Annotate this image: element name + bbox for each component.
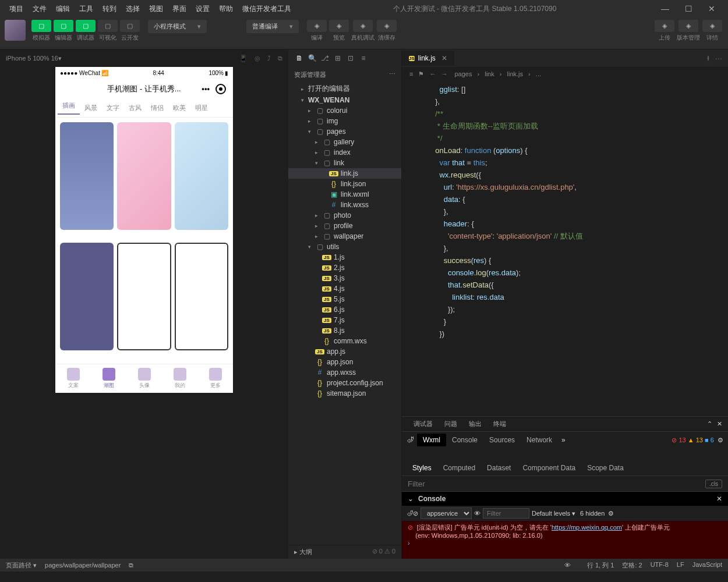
tree-node[interactable]: JSapp.js bbox=[288, 346, 401, 357]
menu-视图[interactable]: 视图 bbox=[144, 2, 168, 15]
tree-node[interactable]: ▾▢utils bbox=[288, 242, 401, 252]
devtools-subtab[interactable]: Network bbox=[521, 434, 558, 446]
bottom-nav-item[interactable]: 潮图 bbox=[91, 364, 126, 393]
toolbar-action[interactable]: ◈ bbox=[329, 20, 349, 32]
console-chevron-icon[interactable]: ⌄ bbox=[408, 495, 414, 503]
breadcrumb[interactable]: ≡ ⚑ ← → pages › link › link.js › ... bbox=[402, 67, 728, 81]
minimize-button[interactable]: — bbox=[653, 4, 677, 13]
crumb[interactable]: link bbox=[485, 70, 494, 77]
style-tab[interactable]: Styles bbox=[407, 464, 437, 472]
tree-node[interactable]: {}app.json bbox=[288, 357, 401, 367]
section-open-editors[interactable]: ▸打开的编辑器 bbox=[288, 83, 401, 95]
menu-帮助[interactable]: 帮助 bbox=[214, 2, 238, 15]
toolbar-btn[interactable]: ▢ bbox=[76, 20, 96, 32]
list-icon[interactable]: ≡ bbox=[409, 70, 413, 77]
toolbar-btn[interactable]: ▢ bbox=[31, 20, 51, 32]
toolbar-right[interactable]: ◈ bbox=[678, 20, 698, 32]
tree-node[interactable]: JS8.js bbox=[288, 325, 401, 336]
bottom-nav-item[interactable]: 头像 bbox=[126, 364, 162, 393]
outline-title[interactable]: 大纲 bbox=[299, 548, 312, 555]
cls-toggle[interactable]: .cls bbox=[705, 480, 722, 488]
maximize-button[interactable]: ☐ bbox=[677, 4, 700, 13]
back-icon[interactable]: ← bbox=[429, 70, 436, 77]
toolbar-action[interactable]: ◈ bbox=[353, 20, 373, 32]
tree-node[interactable]: JSlink.js bbox=[288, 168, 401, 179]
warn-count[interactable]: ▲ 13 bbox=[688, 436, 703, 443]
wallpaper-thumb[interactable] bbox=[60, 243, 114, 350]
more-icon[interactable]: » bbox=[561, 436, 566, 444]
eye-icon[interactable]: 👁 bbox=[564, 562, 571, 569]
tree-node[interactable]: ▸▢colorui bbox=[288, 105, 401, 116]
tree-node[interactable]: ▸▢img bbox=[288, 116, 401, 126]
tree-node[interactable]: JS6.js bbox=[288, 304, 401, 315]
menu-编辑[interactable]: 编辑 bbox=[51, 2, 75, 15]
compile-dropdown[interactable]: 普通编译 bbox=[246, 20, 299, 33]
tree-node[interactable]: JS5.js bbox=[288, 294, 401, 304]
wallpaper-thumb[interactable] bbox=[175, 243, 228, 350]
menu-界面[interactable]: 界面 bbox=[168, 2, 191, 15]
tree-node[interactable]: JS7.js bbox=[288, 315, 401, 325]
tree-node[interactable]: ▸▢photo bbox=[288, 210, 401, 221]
menu-微信开发者工具[interactable]: 微信开发者工具 bbox=[238, 2, 296, 15]
inspect-icon[interactable]: ⮰ bbox=[407, 436, 414, 444]
tree-node[interactable]: JS2.js bbox=[288, 262, 401, 273]
wallpaper-thumb[interactable] bbox=[175, 122, 228, 230]
git-icon[interactable]: ⎇ bbox=[319, 54, 331, 62]
tree-node[interactable]: ▸▢profile bbox=[288, 221, 401, 231]
code-area[interactable]: gglist: [] }, /** * 生命周期函数--监听页面加载 */ on… bbox=[402, 81, 728, 416]
copy-icon[interactable]: ⧉ bbox=[129, 562, 133, 569]
category-tab[interactable]: 情侣 bbox=[146, 104, 168, 112]
sim-icon[interactable]: 📱 bbox=[239, 55, 248, 62]
mode-dropdown[interactable]: 小程序模式 bbox=[148, 20, 207, 33]
crumb[interactable]: link.js bbox=[507, 70, 524, 77]
bottom-nav-item[interactable]: 文案 bbox=[55, 364, 91, 393]
tree-node[interactable]: #app.wxss bbox=[288, 367, 401, 378]
menu-工具[interactable]: 工具 bbox=[75, 2, 98, 15]
devtools-subtab[interactable]: Wxml bbox=[417, 434, 446, 446]
crumb[interactable]: ... bbox=[536, 70, 541, 77]
close-icon[interactable]: ✕ bbox=[716, 495, 722, 503]
forward-icon[interactable]: → bbox=[441, 70, 447, 77]
sim-icon[interactable]: ⤴ bbox=[267, 55, 271, 62]
crumb[interactable]: pages bbox=[454, 70, 472, 77]
close-icon[interactable]: ✕ bbox=[717, 420, 722, 428]
toolbar-right[interactable]: ◈ bbox=[702, 20, 722, 32]
menu-选择[interactable]: 选择 bbox=[121, 2, 144, 15]
ext-icon[interactable]: ⊞ bbox=[331, 54, 344, 62]
toolbar-action[interactable]: ◈ bbox=[377, 20, 397, 32]
tree-node[interactable]: {}project.config.json bbox=[288, 378, 401, 388]
target-icon[interactable] bbox=[215, 84, 226, 94]
tree-node[interactable]: ▾▢pages bbox=[288, 126, 401, 137]
more-icon[interactable]: ⋯ bbox=[715, 54, 722, 62]
devtools-tab[interactable]: 终端 bbox=[487, 420, 512, 428]
devtools-subtab[interactable]: Console bbox=[446, 434, 483, 446]
device-chevron-icon[interactable]: ▾ bbox=[58, 55, 62, 62]
style-tab[interactable]: Computed bbox=[437, 464, 481, 472]
toolbar-btn[interactable]: ▢ bbox=[54, 20, 73, 32]
tree-node[interactable]: {}sitemap.json bbox=[288, 388, 401, 399]
category-tab[interactable]: 古风 bbox=[124, 104, 146, 112]
scope-select[interactable]: appservice bbox=[420, 508, 472, 519]
eye-icon[interactable]: 👁 bbox=[474, 510, 480, 517]
menu-dots-icon[interactable]: ••• bbox=[202, 84, 210, 93]
toolbar-action[interactable]: ◈ bbox=[307, 20, 327, 32]
gear-icon[interactable]: ⚙ bbox=[718, 436, 723, 443]
category-tab[interactable]: 明星 bbox=[190, 104, 213, 112]
status-item[interactable]: JavaScript bbox=[692, 561, 722, 570]
bookmark-icon[interactable]: ⚑ bbox=[418, 70, 424, 78]
close-tab-icon[interactable]: ✕ bbox=[441, 54, 447, 62]
search-icon[interactable]: 🔍 bbox=[306, 54, 319, 62]
tree-node[interactable]: {}link.json bbox=[288, 179, 401, 189]
console-filter-input[interactable] bbox=[483, 508, 529, 519]
editor-tab[interactable]: JS link.js ✕ bbox=[402, 51, 454, 66]
category-tab[interactable]: 文字 bbox=[102, 104, 124, 112]
style-filter-input[interactable] bbox=[408, 480, 705, 488]
status-item[interactable]: UTF-8 bbox=[651, 561, 669, 570]
toolbar-btn[interactable]: ▢ bbox=[120, 20, 140, 32]
info-count[interactable]: ■ 6 bbox=[705, 436, 714, 443]
tree-node[interactable]: #link.wxss bbox=[288, 200, 401, 210]
page-path-value[interactable]: pages/wallpaper/wallpaper bbox=[45, 562, 121, 569]
wallpaper-thumb[interactable] bbox=[60, 122, 114, 230]
style-tab[interactable]: Scope Data bbox=[581, 464, 630, 472]
menu-项目[interactable]: 项目 bbox=[5, 2, 28, 15]
